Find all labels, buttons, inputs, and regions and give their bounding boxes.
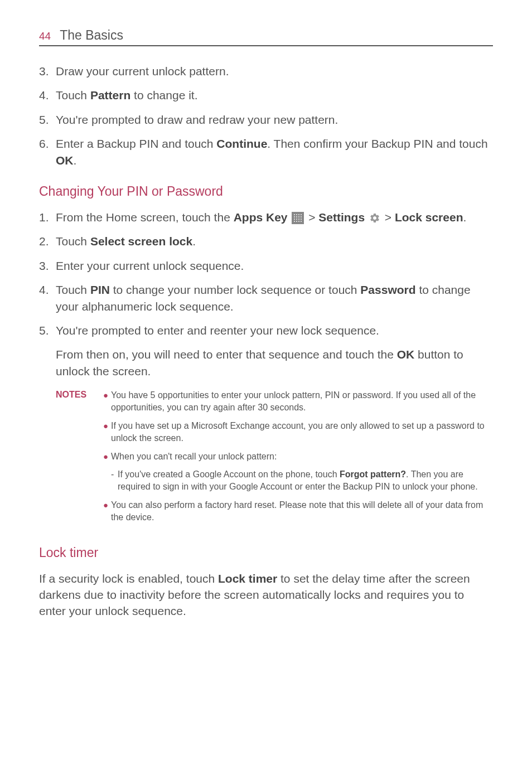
ui-label-password: Password: [360, 283, 415, 296]
text-part: If a security lock is enabled, touch: [39, 572, 218, 585]
subheading-lock-timer: Lock timer: [39, 545, 493, 560]
bullet-icon: ●: [103, 420, 111, 445]
note-text: If you have set up a Microsoft Exchange …: [111, 420, 493, 445]
ui-label-settings: Settings: [318, 211, 365, 224]
bullet-icon: ●: [103, 499, 111, 524]
list-text: Touch PIN to change your number lock seq…: [56, 282, 493, 314]
settings-icon: [369, 212, 380, 224]
ui-label-pin: PIN: [90, 283, 110, 296]
sub-note: - If you've created a Google Account on …: [111, 468, 493, 493]
text-part: Touch: [56, 283, 90, 296]
ui-label-pattern: Pattern: [90, 89, 130, 101]
ui-label-apps-key: Apps Key: [234, 211, 288, 224]
list-number: 1.: [39, 209, 56, 225]
list-text: Touch Select screen lock.: [56, 233, 493, 249]
step-3: 3. Draw your current unlock pattern.: [39, 63, 493, 79]
list-text: Enter your current unlock sequence.: [56, 258, 493, 274]
text-part: Touch: [56, 89, 90, 101]
text-part: to change it.: [130, 89, 197, 101]
subheading-pin-password: Changing Your PIN or Password: [39, 184, 493, 199]
text-part: >: [305, 211, 318, 224]
text-part: . Then confirm your Backup PIN and touch: [267, 137, 487, 150]
notes-block: NOTES ● You have 5 opportunities to ente…: [56, 389, 493, 530]
list-text: Touch Pattern to change it.: [56, 87, 493, 103]
text-part: .: [74, 154, 77, 167]
list-number: 5.: [39, 112, 56, 128]
list-number: 5.: [39, 322, 56, 338]
note-text: You can also perform a factory hard rese…: [111, 499, 493, 524]
note-item: ● If you have set up a Microsoft Exchang…: [103, 420, 493, 445]
list-number: 4.: [39, 282, 56, 314]
list-text: You're prompted to draw and redraw your …: [56, 112, 493, 128]
text-part: Enter a Backup PIN and touch: [56, 137, 216, 150]
apps-key-icon: [292, 212, 304, 224]
pin-step-3: 3. Enter your current unlock sequence.: [39, 258, 493, 274]
text-part: From then on, you will need to enter tha…: [56, 348, 397, 361]
text-part: to change your number lock sequence or t…: [110, 283, 360, 296]
ui-label-ok: OK: [56, 154, 74, 167]
pin-step-5: 5. You're prompted to enter and reenter …: [39, 322, 493, 338]
ui-label-forgot-pattern: Forgot pattern?: [340, 469, 406, 479]
pin-step-1: 1. From the Home screen, touch the Apps …: [39, 209, 493, 225]
note-item: ● You have 5 opportunities to enter your…: [103, 389, 493, 414]
dash-icon: -: [111, 468, 118, 493]
list-text: From the Home screen, touch the Apps Key…: [56, 209, 493, 225]
ui-label-select-screen-lock: Select screen lock: [90, 235, 192, 248]
step-4: 4. Touch Pattern to change it.: [39, 87, 493, 103]
section-title: The Basics: [60, 28, 123, 43]
text-part: .: [192, 235, 196, 248]
note-text: When you can't recall your unlock patter…: [111, 451, 493, 463]
notes-label: NOTES: [56, 389, 103, 530]
step-6: 6. Enter a Backup PIN and touch Continue…: [39, 135, 493, 168]
list-number: 4.: [39, 87, 56, 103]
page-header: 44 The Basics: [39, 28, 493, 46]
ui-label-lock-timer: Lock timer: [218, 572, 277, 585]
text-part: .: [463, 211, 466, 224]
text-part: If you've created a Google Account on th…: [118, 469, 340, 479]
list-text: You're prompted to enter and reenter you…: [56, 322, 493, 338]
note-item: ● When you can't recall your unlock patt…: [103, 451, 493, 463]
continuation-paragraph: From then on, you will need to enter tha…: [56, 346, 493, 379]
notes-items: ● You have 5 opportunities to enter your…: [103, 389, 493, 530]
list-number: 3.: [39, 63, 56, 79]
text-part: From the Home screen, touch the: [56, 211, 234, 224]
list-text: Draw your current unlock pattern.: [56, 63, 493, 79]
pin-step-2: 2. Touch Select screen lock.: [39, 233, 493, 249]
note-item: ● You can also perform a factory hard re…: [103, 499, 493, 524]
lock-timer-paragraph: If a security lock is enabled, touch Loc…: [39, 570, 493, 619]
list-number: 6.: [39, 135, 56, 168]
bullet-icon: ●: [103, 451, 111, 463]
text-part: >: [381, 211, 395, 224]
ui-label-lock-screen: Lock screen: [395, 211, 463, 224]
list-text: Enter a Backup PIN and touch Continue. T…: [56, 135, 493, 168]
list-number: 3.: [39, 258, 56, 274]
note-text: If you've created a Google Account on th…: [118, 468, 493, 493]
note-text: You have 5 opportunities to enter your u…: [111, 389, 493, 414]
ui-label-continue: Continue: [216, 137, 267, 150]
step-5: 5. You're prompted to draw and redraw yo…: [39, 112, 493, 128]
list-number: 2.: [39, 233, 56, 249]
page-number: 44: [39, 30, 51, 42]
page-container: 44 The Basics 3. Draw your current unloc…: [0, 0, 532, 655]
bullet-icon: ●: [103, 389, 111, 414]
text-part: Touch: [56, 235, 90, 248]
ui-label-ok: OK: [397, 348, 415, 361]
pin-step-4: 4. Touch PIN to change your number lock …: [39, 282, 493, 314]
